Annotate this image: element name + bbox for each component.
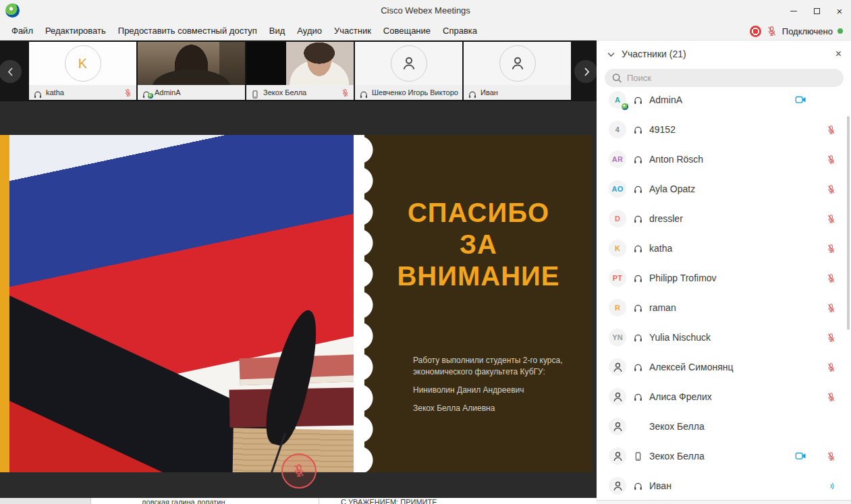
connection-status: Подключено <box>750 22 843 40</box>
headset-icon <box>633 481 643 491</box>
main-stage: K katha AdminA <box>0 40 597 504</box>
participant-name: Ayla Opatz <box>649 184 794 194</box>
search-input[interactable] <box>627 73 837 83</box>
mic-muted-icon[interactable] <box>826 125 836 135</box>
participant-row[interactable]: YN Yulia Nischuck <box>597 323 851 352</box>
filmstrip-next-button[interactable] <box>574 60 597 83</box>
participant-row[interactable]: K katha <box>597 233 851 263</box>
mic-muted-icon[interactable] <box>826 244 836 254</box>
video-thumbnail[interactable]: AdminA <box>138 42 245 100</box>
participant-row[interactable]: Иван <box>597 471 851 501</box>
mic-muted-icon[interactable] <box>826 184 836 194</box>
participant-row[interactable]: Зекох Белла <box>597 412 851 441</box>
avatar: D <box>609 210 626 227</box>
maximize-icon <box>814 8 820 14</box>
mic-muted-icon[interactable] <box>826 362 836 372</box>
thumbnail-caption: katha <box>29 85 136 100</box>
avatar <box>609 358 626 376</box>
record-indicator-icon[interactable] <box>750 26 761 37</box>
participant-row[interactable]: D dressler <box>597 204 851 233</box>
mic-muted-icon[interactable] <box>826 155 836 165</box>
headset-icon <box>633 273 643 283</box>
minimize-icon <box>790 11 797 11</box>
person-icon <box>611 420 624 433</box>
avatar: YN <box>609 329 626 346</box>
participant-row[interactable]: Зекох Белла <box>597 441 851 471</box>
headset-icon <box>633 214 643 224</box>
connected-dot-icon <box>838 28 843 34</box>
menu-item[interactable]: Участник <box>328 23 377 38</box>
avatar <box>609 447 626 465</box>
menu-item[interactable]: Файл <box>5 23 39 38</box>
headset-icon <box>633 392 643 402</box>
avatar-initials: R <box>615 304 620 312</box>
camera-on-icon[interactable] <box>794 95 807 105</box>
mic-muted-icon <box>766 26 777 37</box>
avatar: A <box>609 91 626 109</box>
speaking-audio-icon <box>826 481 836 491</box>
menu-item[interactable]: Вид <box>263 23 292 38</box>
video-thumbnail[interactable]: Иван <box>464 42 571 100</box>
panel-close-icon[interactable]: × <box>835 49 842 59</box>
avatar: PT <box>609 269 626 287</box>
slide-text-area: СПАСИБО ЗА ВНИМАНИЕ Работу выполнили сту… <box>364 135 593 472</box>
participant-list: A AdminA 4 49152 <box>597 85 851 501</box>
minimize-button[interactable] <box>782 0 805 22</box>
clipped-bottom-row: ловская галина лопатин С УВАЖЕНИЕМ: ПРИМ… <box>0 498 597 504</box>
video-thumbnail[interactable]: K katha <box>29 42 136 100</box>
video-thumbnail[interactable]: Зекох Белла <box>246 42 354 100</box>
participant-name: Зекох Белла <box>649 451 794 461</box>
participant-row[interactable]: 4 49152 <box>597 115 851 144</box>
camera-on-icon[interactable] <box>794 451 807 461</box>
participant-row[interactable]: AO Ayla Opatz <box>597 174 851 204</box>
participant-row[interactable]: R raman <box>597 293 851 323</box>
chevron-right-icon <box>581 66 591 78</box>
panel-scrollbar[interactable] <box>847 116 850 330</box>
clipped-thumbnail-edge <box>0 498 91 504</box>
mic-muted-icon[interactable] <box>826 392 836 402</box>
headset-icon <box>633 303 643 313</box>
mute-toggle-button[interactable] <box>281 453 317 488</box>
menu-item[interactable]: Справка <box>437 23 483 38</box>
participant-row[interactable]: PT Philipp Trofimov <box>597 263 851 293</box>
mic-muted-icon[interactable] <box>826 214 836 224</box>
video-feed <box>138 42 245 85</box>
avatar-initials: 4 <box>615 125 620 134</box>
participant-row[interactable]: A AdminA <box>597 85 851 115</box>
headset-icon <box>142 88 151 97</box>
clipped-text-fragment: С УВАЖЕНИЕМ: ПРИМИТЕ <box>341 498 437 504</box>
maximize-button[interactable] <box>805 0 828 22</box>
menu-item[interactable]: Предоставить совместный доступ <box>112 23 263 38</box>
participant-row[interactable]: Алиса Фрелих <box>597 382 851 412</box>
participants-panel: Участники (21) × A AdminA 4 <box>597 40 851 504</box>
menu-item[interactable]: Аудио <box>291 23 328 38</box>
thumbnail-caption: Иван <box>464 85 571 100</box>
video-thumbnail[interactable]: Шевченко Игорь Викторович <box>355 42 462 100</box>
filmstrip-thumbnails: K katha AdminA <box>29 42 571 100</box>
filmstrip-prev-button[interactable] <box>0 60 22 83</box>
mic-muted-icon[interactable] <box>826 333 836 343</box>
headset-icon <box>633 184 643 194</box>
thumbnail-caption: AdminA <box>138 85 245 100</box>
headset-icon <box>359 88 368 97</box>
slide-left-yellow-strip <box>0 135 9 472</box>
menu-item[interactable]: Редактировать <box>39 23 112 38</box>
chevron-down-icon[interactable] <box>606 49 616 59</box>
menu-bar: ФайлРедактироватьПредоставить совместный… <box>0 22 851 40</box>
headset-icon <box>633 95 643 105</box>
participant-row[interactable]: Алексей Симонянц <box>597 352 851 382</box>
thumbnail-name: Шевченко Игорь Викторович <box>372 88 458 96</box>
participant-row[interactable]: AR Anton Rösch <box>597 144 851 174</box>
close-button[interactable]: × <box>828 0 851 22</box>
menu-item[interactable]: Совещание <box>377 23 437 38</box>
mic-muted-icon[interactable] <box>826 303 836 313</box>
panel-bottom-edge <box>597 500 851 504</box>
mic-muted-icon[interactable] <box>826 273 836 283</box>
avatar: R <box>609 299 626 316</box>
avatar-initials: AR <box>612 155 623 163</box>
thumbnail-name: katha <box>46 88 120 96</box>
participants-header: Участники (21) × <box>597 40 851 67</box>
mic-muted-icon[interactable] <box>826 451 836 461</box>
clipped-text-fragment: ловская галина лопатин <box>142 498 225 504</box>
menu-bar-items: ФайлРедактироватьПредоставить совместный… <box>0 23 483 38</box>
